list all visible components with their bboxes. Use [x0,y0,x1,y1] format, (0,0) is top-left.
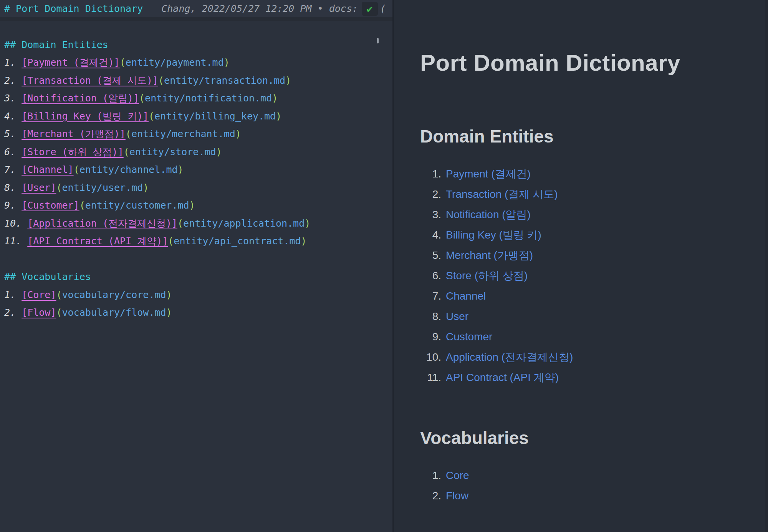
markdown-link[interactable]: [Channel] [22,164,73,175]
source-heading-vocabularies: ## Vocabularies [4,268,392,286]
list-number: 7. [4,164,22,175]
preview-list-item: 5. Merchant (가맹점) [420,245,768,265]
markdown-link[interactable]: [Core] [22,289,56,300]
entity-link[interactable]: Merchant (가맹점) [446,248,533,263]
list-number: 3. [420,209,441,221]
preview-list-item: 2. Transaction (결제 시도) [420,184,768,204]
close-paren: ) [216,146,222,157]
list-number: 2. [420,188,441,201]
list-number: 6. [4,146,22,157]
markdown-link[interactable]: [Flow] [22,307,56,318]
list-number: 2. [420,490,441,502]
markdown-link[interactable]: [Customer] [22,200,79,211]
source-list-item: 11. [API Contract (API 계약)] ( entity/api… [4,232,392,250]
preview-scrollbar-track[interactable] [765,0,768,532]
list-number: 10. [420,351,441,363]
source-list-vocabularies: 1. [Core] ( vocabulary/core.md ) 2. [Flo… [4,286,392,322]
entity-link[interactable]: Billing Key (빌링 키) [446,228,541,242]
markdown-link[interactable]: [Application (전자결제신청)] [27,217,177,230]
source-list-item: 5. [Merchant (가맹점)] ( entity/merchant.md… [4,125,392,143]
markdown-link[interactable]: [Store (하위 상점)] [22,146,124,158]
list-number: 11. [4,235,27,247]
list-number: 10. [4,218,27,229]
preview-list-item: 10. Application (전자결제신청) [420,347,768,367]
entity-link[interactable]: Channel [446,290,486,302]
list-number: 1. [4,57,22,68]
source-list-item: 1. [Payment (결제건)] ( entity/payment.md ) [4,54,392,72]
link-target-path: entity/user.md [62,182,143,193]
source-pane[interactable]: # Port Domain Dictionary Chang, 2022/05/… [0,0,392,532]
entity-link[interactable]: Payment (결제건) [446,167,531,181]
link-target-path: entity/store.md [129,146,216,157]
markdown-link[interactable]: [Payment (결제건)] [22,56,120,69]
open-paren: ( [139,93,145,104]
source-list-item: 6. [Store (하위 상점)] ( entity/store.md ) [4,143,392,161]
list-number: 8. [4,182,22,193]
close-paren: ) [305,218,310,229]
preview-list-item: 4. Billing Key (빌링 키) [420,225,768,245]
list-number: 2. [4,75,22,86]
entity-link[interactable]: Transaction (결제 시도) [446,187,558,202]
vocabulary-link[interactable]: Flow [446,490,468,502]
markdown-link[interactable]: [Merchant (가맹점)] [22,128,126,140]
preview-list-item: 2. Flow [420,486,768,506]
link-target-path: entity/channel.md [79,164,178,175]
entity-link[interactable]: API Contract (API 계약) [446,370,559,385]
open-paren: ( [56,307,62,318]
close-paren: ) [178,164,184,175]
list-number: 1. [420,469,441,482]
list-number: 6. [420,270,441,282]
sync-status-chip: ✔ [362,2,378,16]
link-target-path: entity/api_contract.md [174,235,301,247]
link-target-path: entity/customer.md [85,200,189,211]
editor-topbar: # Port Domain Dictionary Chang, 2022/05/… [0,0,392,17]
entity-link[interactable]: Notification (알림) [446,207,531,222]
list-number: 2. [4,307,22,318]
close-paren: ) [276,111,281,122]
open-paren: ( [79,200,85,211]
preview-heading-vocabularies: Vocabularies [420,428,768,448]
open-paren: ( [126,128,131,139]
open-paren: ( [177,218,183,229]
source-content[interactable]: ## Domain Entities 1. [Payment (결제건)] ( … [4,36,392,322]
open-paren: ( [74,164,79,175]
source-list-item: 10. [Application (전자결제신청)] ( entity/appl… [4,214,392,232]
markdown-link[interactable]: [Transaction (결제 시도)] [22,74,158,87]
preview-list-domain-entities: 1. Payment (결제건) 2. Transaction (결제 시도) … [394,164,768,388]
markdown-link[interactable]: [Billing Key (빌링 키)] [22,110,149,123]
entity-link[interactable]: User [446,310,468,323]
preview-pane[interactable]: Port Domain Dictionary Domain Entities 1… [394,0,768,532]
preview-title: Port Domain Dictionary [420,51,768,75]
markdown-link[interactable]: [API Contract (API 계약)] [27,235,168,247]
preview-list-item: 11. API Contract (API 계약) [420,367,768,388]
open-paren: ( [124,146,129,157]
close-paren: ) [272,93,278,104]
markdown-link[interactable]: [User] [22,182,56,193]
entity-link[interactable]: Application (전자결제신청) [446,350,573,365]
close-paren: ) [143,182,149,193]
close-paren: ) [224,57,230,68]
file-meta-text: Chang, 2022/05/27 12:20 PM • docs: [161,3,358,14]
vocabulary-link[interactable]: Core [446,469,469,482]
link-target-path: entity/billing_key.md [154,111,276,122]
list-number: 1. [4,289,22,300]
markdown-link[interactable]: [Notification (알림)] [22,92,139,104]
preview-list-item: 1. Core [420,465,768,486]
open-paren: ( [120,57,126,68]
list-number: 3. [4,93,22,104]
link-target-path: vocabulary/core.md [62,289,166,300]
source-list-item: 8. [User] ( entity/user.md ) [4,179,392,197]
entity-link[interactable]: Customer [446,331,492,343]
list-number: 5. [4,128,22,139]
close-paren: ) [166,307,172,318]
list-number: 9. [420,331,441,343]
entity-link[interactable]: Store (하위 상점) [446,268,528,283]
link-target-path: entity/transaction.md [164,75,285,86]
list-number: 8. [420,310,441,323]
link-target-path: entity/payment.md [126,57,224,68]
source-list-item: 3. [Notification (알림)] ( entity/notifica… [4,89,392,108]
link-target-path: entity/notification.md [145,93,272,104]
source-list-item: 7. [Channel] ( entity/channel.md ) [4,161,392,179]
scrollbar-thumb[interactable] [377,38,379,43]
source-list-item: 1. [Core] ( vocabulary/core.md ) [4,286,392,304]
